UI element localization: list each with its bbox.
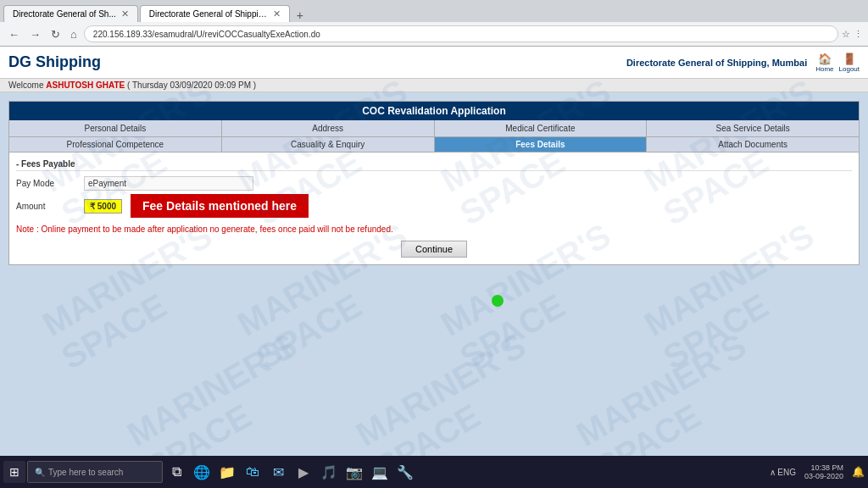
watermark-11: MARINER'SSPACE bbox=[570, 326, 771, 457]
form-container: COC Revalidation Application Personal De… bbox=[8, 101, 860, 265]
tab-medical-label: Medical Certificate bbox=[505, 124, 575, 133]
tab-attach-docs[interactable]: Attach Documents bbox=[647, 137, 859, 152]
header-right: Directorate General of Shipping, Mumbai … bbox=[626, 53, 860, 73]
notification-icon[interactable]: 🔔 bbox=[852, 466, 865, 478]
new-tab-button[interactable]: + bbox=[292, 8, 309, 22]
search-placeholder: Type here to search bbox=[48, 468, 123, 477]
taskbar-app5[interactable]: 🔧 bbox=[393, 460, 417, 484]
note-text: Note : Online payment to be made after a… bbox=[16, 225, 852, 234]
tab-sea-service[interactable]: Sea Service Details bbox=[647, 120, 859, 136]
taskbar-file-explorer[interactable]: 📁 bbox=[215, 460, 239, 484]
search-icon: 🔍 bbox=[35, 468, 45, 477]
taskbar-mail[interactable]: ✉ bbox=[266, 460, 290, 484]
start-button[interactable]: ⊞ bbox=[3, 461, 25, 483]
taskbar-edge[interactable]: 🌐 bbox=[190, 460, 214, 484]
pay-mode-row: Pay Mode ePayment bbox=[16, 176, 852, 191]
browser-nav-icons: ☆ ⋮ bbox=[842, 29, 863, 40]
welcome-text: Welcome bbox=[8, 80, 44, 90]
watermark-9: MARINER'SSPACE bbox=[120, 326, 322, 457]
forward-button[interactable]: → bbox=[26, 26, 44, 42]
tab-professional[interactable]: Professional Competence bbox=[9, 137, 222, 152]
tab-professional-label: Professional Competence bbox=[67, 140, 164, 149]
site-title: Directorate General of Shipping, Mumbai bbox=[626, 58, 807, 68]
watermark-10: MARINER'SSPACE bbox=[349, 326, 551, 457]
nav-tabs-row1: Personal Details Address Medical Certifi… bbox=[9, 120, 859, 137]
home-label: Home bbox=[815, 65, 833, 73]
tab-2-title: Directorate General of Shipping bbox=[149, 9, 268, 19]
pay-mode-value: ePayment bbox=[84, 176, 253, 191]
taskbar-app4[interactable]: 💻 bbox=[368, 460, 392, 484]
tab-sea-service-label: Sea Service Details bbox=[715, 124, 789, 133]
tab-1-title: Directorate General of Sh... bbox=[13, 9, 116, 19]
nav-bar: ← → ↻ ⌂ 220.156.189.33/esamudral/U/reviC… bbox=[0, 22, 868, 46]
browser-tab-2[interactable]: Directorate General of Shipping ✕ bbox=[140, 5, 290, 22]
system-tray: ∧ ENG bbox=[770, 468, 796, 477]
home-button[interactable]: ⌂ bbox=[67, 26, 81, 42]
logout-label: Logout bbox=[839, 65, 860, 73]
tab-fees-label: Fees Details bbox=[515, 140, 565, 149]
logout-icon: 🚪 bbox=[843, 53, 856, 65]
settings-icon[interactable]: ⋮ bbox=[854, 29, 863, 40]
tab-medical[interactable]: Medical Certificate bbox=[435, 120, 648, 136]
taskbar-store[interactable]: 🛍 bbox=[241, 460, 264, 484]
continue-button[interactable]: Continue bbox=[401, 241, 467, 258]
taskbar-app3[interactable]: 📷 bbox=[342, 460, 366, 484]
tab-1-close[interactable]: ✕ bbox=[121, 8, 129, 19]
tab-personal-details[interactable]: Personal Details bbox=[9, 120, 222, 136]
browser-tab-1[interactable]: Directorate General of Sh... ✕ bbox=[3, 5, 138, 22]
taskbar: ⊞ 🔍 Type here to search ⧉ 🌐 📁 🛍 ✉ ▶ 🎵 📷 … bbox=[0, 456, 868, 488]
tab-address[interactable]: Address bbox=[222, 120, 435, 136]
username: ASHUTOSH GHATE bbox=[46, 80, 125, 90]
tab-casuality[interactable]: Casuality & Enquiry bbox=[222, 137, 435, 152]
form-title: COC Revalidation Application bbox=[9, 102, 859, 120]
amount-row: Amount ₹ 5000 Fee Details mentioned here bbox=[16, 194, 852, 218]
site-logo: DG Shipping bbox=[8, 53, 101, 71]
amount-label: Amount bbox=[16, 202, 84, 211]
header-icons: 🏠 Home 🚪 Logout bbox=[815, 53, 860, 73]
green-dot-indicator bbox=[492, 295, 504, 307]
taskbar-time: 10:38 PM 03-09-2020 bbox=[799, 463, 849, 480]
home-nav-button[interactable]: 🏠 Home bbox=[815, 53, 833, 73]
fee-annotation: Fee Details mentioned here bbox=[131, 194, 309, 218]
tab-fees-details[interactable]: Fees Details bbox=[435, 137, 648, 152]
site-header: DG Shipping Directorate General of Shipp… bbox=[0, 47, 868, 79]
amount-value: ₹ 5000 bbox=[84, 199, 122, 214]
home-icon: 🏠 bbox=[818, 53, 832, 65]
tab-2-close[interactable]: ✕ bbox=[273, 8, 281, 19]
taskbar-right: ∧ ENG 10:38 PM 03-09-2020 🔔 bbox=[770, 463, 865, 480]
main-content: COC Revalidation Application Personal De… bbox=[0, 92, 868, 282]
date-display: 03-09-2020 bbox=[804, 472, 843, 480]
tab-attach-label: Attach Documents bbox=[718, 140, 787, 149]
welcome-bar: Welcome ASHUTOSH GHATE ( Thursday 03/09/… bbox=[0, 79, 868, 92]
tab-casuality-label: Casuality & Enquiry bbox=[291, 140, 364, 149]
logout-button[interactable]: 🚪 Logout bbox=[839, 53, 860, 73]
tab-personal-label: Personal Details bbox=[84, 124, 146, 133]
taskbar-app2[interactable]: 🎵 bbox=[317, 460, 341, 484]
taskbar-app1[interactable]: ▶ bbox=[292, 460, 315, 484]
form-body: - Fees Payable Pay Mode ePayment Amount … bbox=[9, 152, 859, 264]
time-display: 10:38 PM bbox=[804, 463, 843, 472]
bookmark-icon[interactable]: ☆ bbox=[842, 29, 850, 40]
tab-bar: Directorate General of Sh... ✕ Directora… bbox=[0, 0, 868, 22]
taskbar-search[interactable]: 🔍 Type here to search bbox=[27, 461, 163, 483]
nav-tabs-row2: Professional Competence Casuality & Enqu… bbox=[9, 137, 859, 152]
address-bar[interactable]: 220.156.189.33/esamudral/U/reviCOCCasual… bbox=[84, 25, 838, 42]
pay-mode-label: Pay Mode bbox=[16, 179, 84, 188]
tab-address-label: Address bbox=[312, 124, 343, 133]
section-fees-payable: - Fees Payable bbox=[16, 159, 852, 171]
welcome-datetime: ( Thursday 03/09/2020 09:09 PM ) bbox=[127, 80, 256, 90]
taskbar-task-view[interactable]: ⧉ bbox=[164, 460, 188, 484]
windows-icon: ⊞ bbox=[9, 465, 19, 479]
refresh-button[interactable]: ↻ bbox=[47, 26, 64, 42]
back-button[interactable]: ← bbox=[5, 26, 23, 42]
